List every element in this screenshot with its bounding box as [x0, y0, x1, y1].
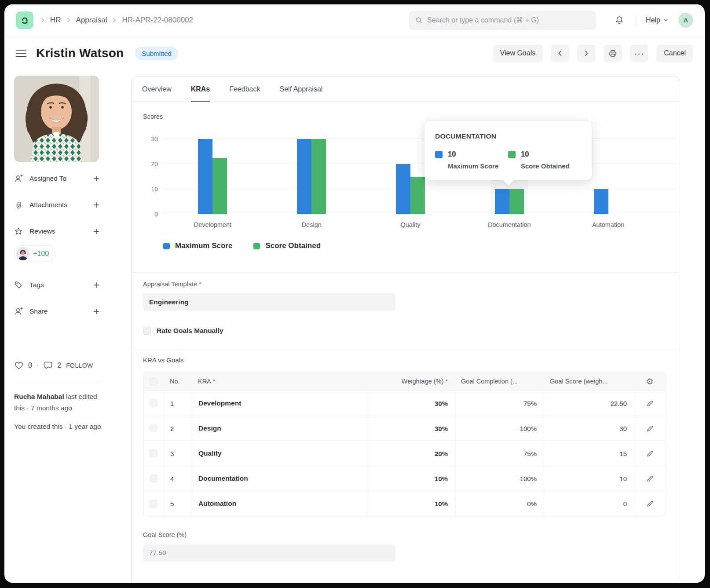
weightage-cell: 30%: [368, 416, 455, 441]
search-icon: [415, 16, 423, 24]
add-attachment-button[interactable]: +: [93, 200, 99, 210]
chevron-down-icon: [663, 17, 669, 23]
notifications-bell-icon[interactable]: [615, 15, 624, 25]
y-axis-tick: 10: [143, 186, 158, 193]
completion-cell: 100%: [455, 466, 544, 491]
add-tag-button[interactable]: +: [93, 280, 99, 290]
sidebar-divider: [14, 382, 99, 382]
main-panel: Overview KRAs Feedback Self Appraisal Sc…: [131, 77, 680, 583]
row-checkbox[interactable]: [150, 399, 157, 407]
tooltip-label: Maximum Score: [448, 162, 498, 170]
help-menu[interactable]: Help: [646, 16, 669, 24]
tooltip-label: Score Obtained: [521, 162, 570, 170]
navbar-right: Help A: [409, 11, 693, 30]
breadcrumb-item-record-id[interactable]: HR-APR-22-0800002: [122, 16, 193, 25]
edit-row-button[interactable]: [646, 475, 654, 482]
scores-section: Scores DevelopmentDesignQualityDocumenta…: [132, 102, 680, 250]
col-header-kra: KRA*: [192, 372, 368, 391]
table-row: 2 Design 30% 100% 30: [143, 416, 666, 441]
row-number: 2: [164, 416, 192, 441]
print-button[interactable]: [604, 44, 622, 62]
table-header-row: No. KRA* Weightage (%)* Goal Completion …: [143, 372, 666, 391]
sidebar-item-assigned-to: Assigned To +: [14, 173, 99, 184]
tooltip-entries: 10 Maximum Score 10 Score Obtained: [435, 150, 581, 170]
more-actions-button[interactable]: ···: [630, 44, 648, 62]
row-checkbox[interactable]: [150, 500, 157, 508]
sidebar-toggle-icon[interactable]: [16, 48, 26, 58]
score-cell: 30: [544, 416, 634, 441]
rate-goals-checkbox[interactable]: [143, 327, 151, 335]
score-cell: 15: [544, 441, 634, 466]
view-goals-button[interactable]: View Goals: [493, 44, 543, 62]
sidebar-item-reviews: Reviews +: [14, 226, 99, 237]
green-swatch: [508, 151, 516, 158]
comments-count[interactable]: 2: [57, 362, 61, 369]
tab-kras[interactable]: KRAs: [191, 77, 210, 101]
row-checkbox[interactable]: [150, 449, 157, 457]
heart-icon[interactable]: [14, 361, 24, 370]
rate-goals-label: Rate Goals Manually: [157, 327, 223, 335]
navbar-divider: [636, 15, 636, 26]
tooltip-title: DOCUMENTATION: [435, 132, 581, 140]
row-number: 5: [164, 491, 192, 516]
table-row: 3 Quality 20% 75% 15: [143, 441, 666, 466]
global-search[interactable]: [409, 11, 596, 30]
select-all-checkbox[interactable]: [150, 377, 157, 385]
col-header-no: No.: [164, 372, 192, 391]
star-icon: [14, 227, 24, 236]
appraisal-template-field[interactable]: [143, 293, 395, 311]
rate-goals-manually-row[interactable]: Rate Goals Manually: [143, 327, 668, 335]
page-head: Kristin Watson Submitted View Goals ··· …: [4, 36, 705, 70]
kra-vs-goals-title: KRA vs Goals: [143, 356, 668, 364]
bar: [410, 177, 425, 215]
chart-plot: DevelopmentDesignQualityDocumentationAut…: [143, 131, 676, 214]
share-label: Share: [29, 307, 48, 315]
breadcrumb-item-appraisal[interactable]: Appraisal: [76, 16, 107, 25]
paperclip-icon: [14, 201, 24, 209]
add-share-button[interactable]: +: [93, 306, 99, 317]
next-record-button[interactable]: [577, 44, 596, 62]
edit-row-button[interactable]: [646, 400, 654, 407]
search-input[interactable]: [427, 16, 590, 24]
follow-button[interactable]: FOLLOW: [66, 362, 93, 369]
app-logo[interactable]: [16, 11, 33, 29]
reviewer-avatar: [16, 247, 29, 260]
tab-self-appraisal[interactable]: Self Appraisal: [280, 77, 323, 101]
cancel-button[interactable]: Cancel: [656, 44, 693, 62]
row-number: 1: [164, 391, 192, 416]
bar: [509, 189, 524, 214]
likes-count[interactable]: 0: [28, 362, 32, 369]
legend-item-maximum-score: Maximum Score: [163, 241, 232, 250]
add-review-button[interactable]: +: [93, 226, 99, 237]
edit-row-button[interactable]: [646, 500, 654, 508]
blue-swatch: [435, 151, 443, 158]
prev-record-button[interactable]: [551, 44, 569, 62]
col-header-goal-score: Goal Score (weigh...: [544, 372, 634, 391]
tab-overview[interactable]: Overview: [142, 77, 172, 101]
edit-row-button[interactable]: [646, 425, 654, 432]
page-title: Kristin Watson: [36, 46, 124, 60]
edit-row-button[interactable]: [646, 450, 654, 457]
bar-group-development[interactable]: Development: [163, 131, 262, 214]
social-row: 0 · 2 FOLLOW: [14, 361, 99, 370]
tag-icon: [14, 281, 24, 289]
kra-cell: Documentation: [192, 466, 368, 491]
reviewers-pill[interactable]: +100: [14, 245, 55, 262]
weightage-cell: 20%: [368, 441, 455, 466]
comment-icon[interactable]: [43, 361, 53, 370]
goal-score-field[interactable]: [143, 544, 395, 562]
add-assignment-button[interactable]: +: [93, 173, 99, 184]
tab-feedback[interactable]: Feedback: [229, 77, 260, 101]
tooltip-value: 10: [521, 150, 570, 158]
last-edited-note: Rucha Mahabal last edited this · 7 month…: [14, 391, 102, 414]
tooltip-entry-max: 10 Maximum Score: [435, 150, 508, 170]
score-cell: 22.50: [544, 391, 634, 416]
table-settings-gear-icon[interactable]: ⚙: [646, 377, 653, 386]
row-checkbox[interactable]: [150, 424, 157, 432]
chart-tooltip: DOCUMENTATION 10 Maximum Score: [425, 121, 592, 180]
user-avatar[interactable]: A: [678, 13, 693, 28]
share-user-icon: [14, 307, 24, 316]
bar-group-design[interactable]: Design: [262, 131, 361, 214]
breadcrumb-item-hr[interactable]: HR: [50, 16, 61, 25]
row-checkbox[interactable]: [150, 475, 157, 482]
